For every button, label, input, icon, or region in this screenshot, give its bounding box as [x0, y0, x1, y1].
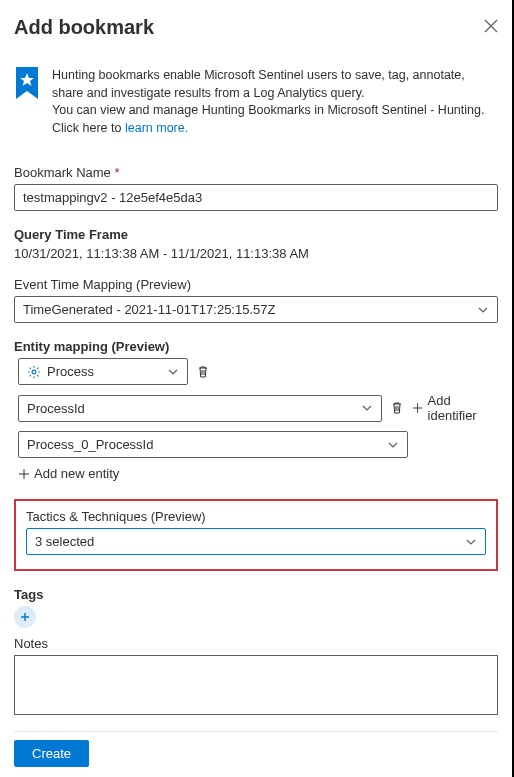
bookmark-name-input[interactable] — [14, 184, 498, 211]
chevron-down-icon — [465, 536, 477, 548]
identifier-select[interactable]: ProcessId — [18, 395, 382, 422]
chevron-down-icon — [477, 304, 489, 316]
query-time-frame-label: Query Time Frame — [14, 227, 498, 242]
entity-type-select[interactable]: Process — [18, 358, 188, 385]
tactics-selected-text: 3 selected — [35, 534, 94, 549]
gear-icon — [27, 365, 41, 379]
identifier-value: ProcessId — [27, 401, 85, 416]
close-icon — [484, 19, 498, 33]
trash-icon — [390, 401, 404, 415]
plus-icon — [18, 468, 30, 480]
chevron-down-icon — [167, 366, 179, 378]
svg-point-1 — [32, 370, 36, 374]
entity-type-value: Process — [47, 364, 94, 379]
page-title: Add bookmark — [14, 16, 154, 39]
info-line1: Hunting bookmarks enable Microsoft Senti… — [52, 68, 465, 100]
add-new-entity-button[interactable]: Add new entity — [18, 466, 498, 481]
tactics-select[interactable]: 3 selected — [26, 528, 486, 555]
tags-label: Tags — [14, 587, 498, 602]
notes-textarea[interactable] — [14, 655, 498, 715]
chevron-down-icon — [387, 439, 399, 451]
value-field-value: Process_0_ProcessId — [27, 437, 153, 452]
create-button[interactable]: Create — [14, 740, 89, 767]
tactics-label: Tactics & Techniques (Preview) — [26, 509, 486, 524]
tactics-highlight-box: Tactics & Techniques (Preview) 3 selecte… — [14, 499, 498, 571]
add-tag-button[interactable] — [14, 606, 36, 628]
delete-entity-button[interactable] — [196, 365, 210, 379]
event-time-mapping-select[interactable]: TimeGenerated - 2021-11-01T17:25:15.57Z — [14, 296, 498, 323]
add-identifier-button[interactable]: Add identifier — [412, 393, 498, 423]
trash-icon — [196, 365, 210, 379]
info-text: Hunting bookmarks enable Microsoft Senti… — [52, 67, 498, 137]
notes-label: Notes — [14, 636, 498, 651]
bookmark-name-label: Bookmark Name * — [14, 165, 498, 180]
bookmark-icon — [14, 67, 40, 137]
event-time-mapping-label: Event Time Mapping (Preview) — [14, 277, 498, 292]
learn-more-link[interactable]: learn more. — [125, 121, 188, 135]
event-time-mapping-value: TimeGenerated - 2021-11-01T17:25:15.57Z — [23, 302, 275, 317]
close-button[interactable] — [484, 19, 498, 36]
entity-mapping-label: Entity mapping (Preview) — [14, 339, 498, 354]
chevron-down-icon — [361, 402, 373, 414]
delete-identifier-button[interactable] — [390, 401, 404, 415]
plus-icon — [20, 612, 30, 622]
info-line3-prefix: Click here to — [52, 121, 125, 135]
plus-icon — [412, 402, 423, 414]
query-time-frame-value: 10/31/2021, 11:13:38 AM - 11/1/2021, 11:… — [14, 246, 498, 261]
info-line2: You can view and manage Hunting Bookmark… — [52, 103, 484, 117]
value-field-select[interactable]: Process_0_ProcessId — [18, 431, 408, 458]
